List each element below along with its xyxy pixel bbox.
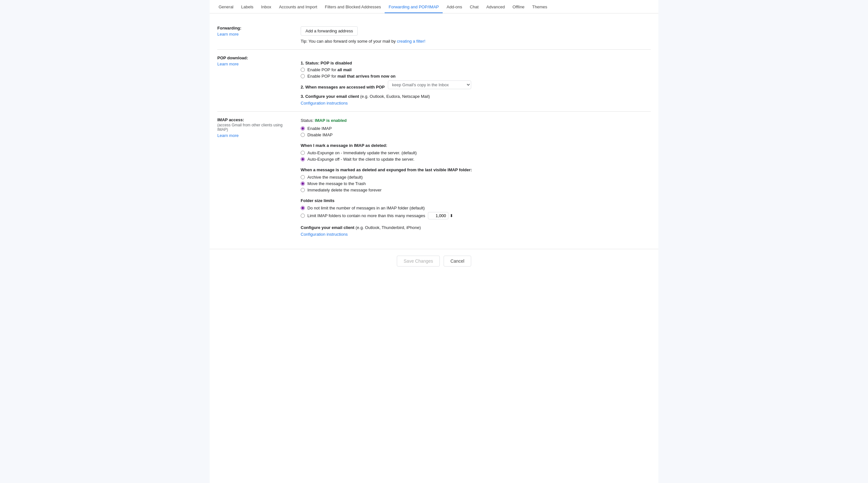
tab-chat[interactable]: Chat (466, 0, 483, 13)
pop-all-mail-radio[interactable] (301, 68, 305, 72)
pop-title: POP download: (217, 56, 248, 60)
footer-bar: Save Changes Cancel (210, 249, 658, 274)
tab-themes[interactable]: Themes (528, 0, 551, 13)
imap-client-desc: (e.g. Outlook, Thunderbird, iPhone) (354, 225, 421, 230)
tab-forwarding[interactable]: Forwarding and POP/IMAP (385, 0, 443, 13)
imap-learn-more[interactable]: Learn more (217, 133, 293, 138)
cancel-button[interactable]: Cancel (444, 255, 471, 267)
pop-config-link[interactable]: Configuration instructions (301, 101, 348, 105)
imap-enable-label[interactable]: Enable IMAP (307, 126, 332, 131)
imap-trash-radio[interactable] (301, 182, 305, 186)
imap-title: IMAP access: (217, 117, 244, 122)
imap-autoexpunge-off-label[interactable]: Auto-Expunge off - Wait for the client t… (307, 157, 414, 162)
tab-labels[interactable]: Labels (237, 0, 257, 13)
forwarding-section: Forwarding: Learn more Add a forwarding … (217, 20, 651, 50)
imap-status-prefix: Status: (301, 118, 315, 123)
imap-config-link[interactable]: Configuration instructions (301, 232, 348, 237)
imap-autoexpunge-on-row: Auto-Expunge on - Immediately update the… (301, 150, 651, 155)
tab-advanced[interactable]: Advanced (483, 0, 509, 13)
imap-autoexpunge-on-radio[interactable] (301, 151, 305, 155)
imap-no-limit-radio[interactable] (301, 206, 305, 210)
forwarding-content: Add a forwarding address Tip: You can al… (301, 26, 651, 43)
main-content: Forwarding: Learn more Add a forwarding … (210, 13, 658, 249)
pop-from-now-label[interactable]: Enable POP for mail that arrives from no… (307, 74, 396, 79)
pop-from-now-radio[interactable] (301, 74, 305, 78)
pop-step3-block: 3. Configure your email client (e.g. Out… (301, 94, 651, 105)
pop-step1-heading: 1. Status: POP is disabled (301, 61, 651, 65)
pop-all-mail-label[interactable]: Enable POP for all mail (307, 67, 352, 72)
creating-filter-link[interactable]: creating a filter! (397, 39, 425, 43)
pop-step3-heading: 3. Configure your email client (301, 94, 359, 99)
forwarding-title: Forwarding: (217, 26, 241, 30)
pop-section: POP download: Learn more 1. Status: POP … (217, 50, 651, 112)
add-forwarding-address-button[interactable]: Add a forwarding address (301, 26, 358, 36)
tab-offline[interactable]: Offline (509, 0, 528, 13)
imap-disable-label[interactable]: Disable IMAP (307, 132, 333, 137)
forwarding-label: Forwarding: Learn more (217, 26, 301, 36)
imap-disable-radio[interactable] (301, 133, 305, 137)
tab-addons[interactable]: Add-ons (443, 0, 466, 13)
imap-enable-row: Enable IMAP (301, 126, 651, 131)
imap-autoexpunge-off-radio[interactable] (301, 157, 305, 161)
pop-content: 1. Status: POP is disabled Enable POP fo… (301, 56, 651, 105)
imap-autoexpunge-off-row: Auto-Expunge off - Wait for the client t… (301, 157, 651, 162)
imap-archive-row: Archive the message (default) (301, 175, 651, 180)
tip-text-prefix: Tip: You can also forward only some of y… (301, 39, 397, 43)
imap-limit-row: Limit IMAP folders to contain no more th… (301, 212, 651, 219)
save-changes-button[interactable]: Save Changes (397, 255, 440, 267)
imap-no-limit-row: Do not limit the number of messages in a… (301, 206, 651, 210)
imap-disable-row: Disable IMAP (301, 132, 651, 137)
imap-deleted-heading: When I mark a message in IMAP as deleted… (301, 143, 651, 148)
pop-label: POP download: Learn more (217, 56, 301, 66)
settings-container: General Labels Inbox Accounts and Import… (210, 0, 658, 483)
folder-limit-stepper-icon[interactable]: ⬍ (450, 213, 453, 218)
imap-trash-label[interactable]: Move the message to the Trash (307, 181, 366, 186)
imap-delete-forever-row: Immediately delete the message forever (301, 188, 651, 192)
imap-archive-label[interactable]: Archive the message (default) (307, 175, 363, 180)
pop-from-now-row: Enable POP for mail that arrives from no… (301, 74, 651, 79)
forwarding-tip: Tip: You can also forward only some of y… (301, 39, 651, 43)
pop-step2-dropdown[interactable]: keep Gmail's copy in the Inboxmark Gmail… (388, 81, 471, 89)
pop-step2-row: 2. When messages are accessed with POP k… (301, 80, 651, 89)
imap-client-heading: Configure your email client (301, 225, 354, 230)
imap-expunged-heading: When a message is marked as deleted and … (301, 168, 651, 172)
imap-no-limit-label[interactable]: Do not limit the number of messages in a… (307, 206, 425, 210)
pop-all-mail-row: Enable POP for all mail (301, 67, 651, 72)
imap-client-block: Configure your email client (e.g. Outloo… (301, 225, 651, 237)
tab-inbox[interactable]: Inbox (257, 0, 275, 13)
imap-delete-forever-radio[interactable] (301, 188, 305, 192)
folder-limit-input[interactable] (428, 212, 448, 219)
tab-general[interactable]: General (215, 0, 237, 13)
imap-status: Status: IMAP is enabled (301, 118, 651, 123)
imap-section: IMAP access: (access Gmail from other cl… (217, 112, 651, 242)
pop-learn-more[interactable]: Learn more (217, 62, 293, 66)
tab-bar: General Labels Inbox Accounts and Import… (210, 0, 658, 13)
pop-step3-desc: (e.g. Outlook, Eudora, Netscape Mail) (359, 94, 430, 99)
imap-content: Status: IMAP is enabled Enable IMAP Disa… (301, 117, 651, 237)
imap-subtitle: (access Gmail from other clients using I… (217, 123, 293, 132)
imap-limit-radio[interactable] (301, 214, 305, 218)
imap-label: IMAP access: (access Gmail from other cl… (217, 117, 301, 138)
tab-accounts[interactable]: Accounts and Import (275, 0, 321, 13)
imap-trash-row: Move the message to the Trash (301, 181, 651, 186)
imap-status-value: IMAP is enabled (315, 118, 346, 123)
imap-enable-radio[interactable] (301, 126, 305, 130)
imap-delete-forever-label[interactable]: Immediately delete the message forever (307, 188, 381, 192)
imap-limit-label[interactable]: Limit IMAP folders to contain no more th… (307, 213, 425, 218)
imap-autoexpunge-on-label[interactable]: Auto-Expunge on - Immediately update the… (307, 150, 417, 155)
forwarding-learn-more[interactable]: Learn more (217, 32, 293, 36)
tab-filters[interactable]: Filters and Blocked Addresses (321, 0, 385, 13)
pop-step2-heading: 2. When messages are accessed with POP (301, 85, 385, 89)
imap-archive-radio[interactable] (301, 175, 305, 179)
folder-limits-heading: Folder size limits (301, 198, 651, 203)
